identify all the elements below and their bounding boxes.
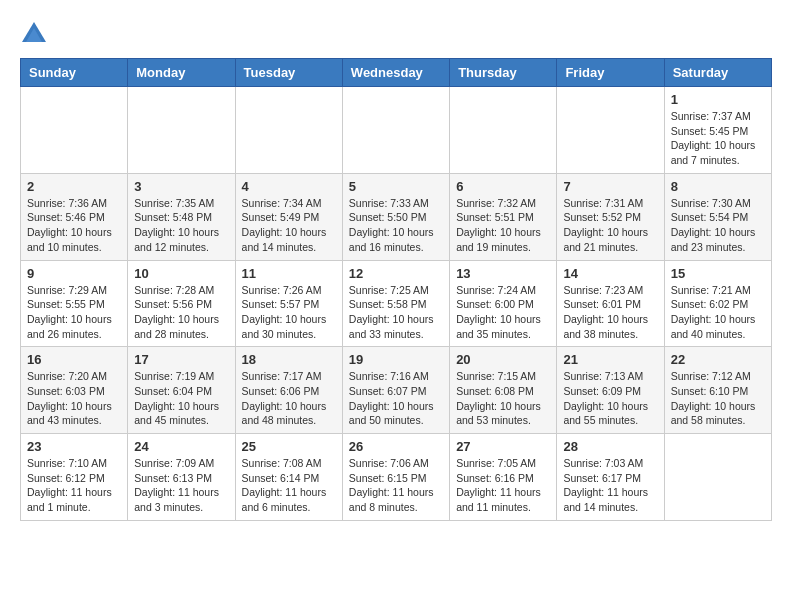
- day-info: Sunrise: 7:19 AM Sunset: 6:04 PM Dayligh…: [134, 369, 228, 428]
- day-number: 21: [563, 352, 657, 367]
- day-number: 13: [456, 266, 550, 281]
- day-number: 20: [456, 352, 550, 367]
- day-number: 23: [27, 439, 121, 454]
- day-number: 16: [27, 352, 121, 367]
- day-info: Sunrise: 7:03 AM Sunset: 6:17 PM Dayligh…: [563, 456, 657, 515]
- day-info: Sunrise: 7:21 AM Sunset: 6:02 PM Dayligh…: [671, 283, 765, 342]
- day-info: Sunrise: 7:08 AM Sunset: 6:14 PM Dayligh…: [242, 456, 336, 515]
- calendar-cell: [342, 87, 449, 174]
- calendar-week-row: 1Sunrise: 7:37 AM Sunset: 5:45 PM Daylig…: [21, 87, 772, 174]
- day-info: Sunrise: 7:12 AM Sunset: 6:10 PM Dayligh…: [671, 369, 765, 428]
- calendar-cell: 21Sunrise: 7:13 AM Sunset: 6:09 PM Dayli…: [557, 347, 664, 434]
- calendar-table: SundayMondayTuesdayWednesdayThursdayFrid…: [20, 58, 772, 521]
- day-info: Sunrise: 7:06 AM Sunset: 6:15 PM Dayligh…: [349, 456, 443, 515]
- calendar-cell: 24Sunrise: 7:09 AM Sunset: 6:13 PM Dayli…: [128, 434, 235, 521]
- day-number: 7: [563, 179, 657, 194]
- day-info: Sunrise: 7:15 AM Sunset: 6:08 PM Dayligh…: [456, 369, 550, 428]
- day-info: Sunrise: 7:13 AM Sunset: 6:09 PM Dayligh…: [563, 369, 657, 428]
- day-info: Sunrise: 7:23 AM Sunset: 6:01 PM Dayligh…: [563, 283, 657, 342]
- calendar-cell: 16Sunrise: 7:20 AM Sunset: 6:03 PM Dayli…: [21, 347, 128, 434]
- day-number: 2: [27, 179, 121, 194]
- day-info: Sunrise: 7:09 AM Sunset: 6:13 PM Dayligh…: [134, 456, 228, 515]
- day-number: 28: [563, 439, 657, 454]
- calendar-cell: 2Sunrise: 7:36 AM Sunset: 5:46 PM Daylig…: [21, 173, 128, 260]
- day-info: Sunrise: 7:33 AM Sunset: 5:50 PM Dayligh…: [349, 196, 443, 255]
- calendar-cell: 17Sunrise: 7:19 AM Sunset: 6:04 PM Dayli…: [128, 347, 235, 434]
- calendar-cell: 18Sunrise: 7:17 AM Sunset: 6:06 PM Dayli…: [235, 347, 342, 434]
- column-header-wednesday: Wednesday: [342, 59, 449, 87]
- calendar-cell: 13Sunrise: 7:24 AM Sunset: 6:00 PM Dayli…: [450, 260, 557, 347]
- day-info: Sunrise: 7:16 AM Sunset: 6:07 PM Dayligh…: [349, 369, 443, 428]
- calendar-cell: 20Sunrise: 7:15 AM Sunset: 6:08 PM Dayli…: [450, 347, 557, 434]
- day-info: Sunrise: 7:10 AM Sunset: 6:12 PM Dayligh…: [27, 456, 121, 515]
- calendar-cell: 23Sunrise: 7:10 AM Sunset: 6:12 PM Dayli…: [21, 434, 128, 521]
- calendar-cell: 7Sunrise: 7:31 AM Sunset: 5:52 PM Daylig…: [557, 173, 664, 260]
- day-number: 11: [242, 266, 336, 281]
- calendar-cell: 3Sunrise: 7:35 AM Sunset: 5:48 PM Daylig…: [128, 173, 235, 260]
- column-header-sunday: Sunday: [21, 59, 128, 87]
- calendar-week-row: 9Sunrise: 7:29 AM Sunset: 5:55 PM Daylig…: [21, 260, 772, 347]
- day-number: 25: [242, 439, 336, 454]
- day-number: 22: [671, 352, 765, 367]
- day-info: Sunrise: 7:30 AM Sunset: 5:54 PM Dayligh…: [671, 196, 765, 255]
- day-info: Sunrise: 7:36 AM Sunset: 5:46 PM Dayligh…: [27, 196, 121, 255]
- column-header-saturday: Saturday: [664, 59, 771, 87]
- calendar-week-row: 16Sunrise: 7:20 AM Sunset: 6:03 PM Dayli…: [21, 347, 772, 434]
- day-number: 8: [671, 179, 765, 194]
- day-number: 24: [134, 439, 228, 454]
- calendar-cell: 12Sunrise: 7:25 AM Sunset: 5:58 PM Dayli…: [342, 260, 449, 347]
- day-info: Sunrise: 7:35 AM Sunset: 5:48 PM Dayligh…: [134, 196, 228, 255]
- calendar-cell: 11Sunrise: 7:26 AM Sunset: 5:57 PM Dayli…: [235, 260, 342, 347]
- day-number: 26: [349, 439, 443, 454]
- calendar-cell: [557, 87, 664, 174]
- day-info: Sunrise: 7:28 AM Sunset: 5:56 PM Dayligh…: [134, 283, 228, 342]
- calendar-cell: 15Sunrise: 7:21 AM Sunset: 6:02 PM Dayli…: [664, 260, 771, 347]
- day-number: 12: [349, 266, 443, 281]
- calendar-cell: 10Sunrise: 7:28 AM Sunset: 5:56 PM Dayli…: [128, 260, 235, 347]
- calendar-cell: 9Sunrise: 7:29 AM Sunset: 5:55 PM Daylig…: [21, 260, 128, 347]
- day-info: Sunrise: 7:34 AM Sunset: 5:49 PM Dayligh…: [242, 196, 336, 255]
- day-info: Sunrise: 7:31 AM Sunset: 5:52 PM Dayligh…: [563, 196, 657, 255]
- logo: [20, 20, 52, 48]
- day-info: Sunrise: 7:26 AM Sunset: 5:57 PM Dayligh…: [242, 283, 336, 342]
- calendar-cell: 1Sunrise: 7:37 AM Sunset: 5:45 PM Daylig…: [664, 87, 771, 174]
- day-info: Sunrise: 7:24 AM Sunset: 6:00 PM Dayligh…: [456, 283, 550, 342]
- day-number: 9: [27, 266, 121, 281]
- day-info: Sunrise: 7:25 AM Sunset: 5:58 PM Dayligh…: [349, 283, 443, 342]
- calendar-header-row: SundayMondayTuesdayWednesdayThursdayFrid…: [21, 59, 772, 87]
- column-header-friday: Friday: [557, 59, 664, 87]
- day-number: 19: [349, 352, 443, 367]
- calendar-cell: [450, 87, 557, 174]
- calendar-cell: 19Sunrise: 7:16 AM Sunset: 6:07 PM Dayli…: [342, 347, 449, 434]
- day-info: Sunrise: 7:32 AM Sunset: 5:51 PM Dayligh…: [456, 196, 550, 255]
- day-info: Sunrise: 7:29 AM Sunset: 5:55 PM Dayligh…: [27, 283, 121, 342]
- day-number: 5: [349, 179, 443, 194]
- calendar-cell: 28Sunrise: 7:03 AM Sunset: 6:17 PM Dayli…: [557, 434, 664, 521]
- day-info: Sunrise: 7:17 AM Sunset: 6:06 PM Dayligh…: [242, 369, 336, 428]
- calendar-week-row: 2Sunrise: 7:36 AM Sunset: 5:46 PM Daylig…: [21, 173, 772, 260]
- day-info: Sunrise: 7:20 AM Sunset: 6:03 PM Dayligh…: [27, 369, 121, 428]
- day-number: 1: [671, 92, 765, 107]
- day-number: 15: [671, 266, 765, 281]
- column-header-tuesday: Tuesday: [235, 59, 342, 87]
- calendar-cell: 25Sunrise: 7:08 AM Sunset: 6:14 PM Dayli…: [235, 434, 342, 521]
- calendar-cell: 14Sunrise: 7:23 AM Sunset: 6:01 PM Dayli…: [557, 260, 664, 347]
- day-number: 18: [242, 352, 336, 367]
- logo-icon: [20, 20, 48, 48]
- calendar-cell: 22Sunrise: 7:12 AM Sunset: 6:10 PM Dayli…: [664, 347, 771, 434]
- day-number: 17: [134, 352, 228, 367]
- calendar-cell: [128, 87, 235, 174]
- calendar-cell: [664, 434, 771, 521]
- day-number: 6: [456, 179, 550, 194]
- day-number: 10: [134, 266, 228, 281]
- calendar-cell: 8Sunrise: 7:30 AM Sunset: 5:54 PM Daylig…: [664, 173, 771, 260]
- calendar-cell: 6Sunrise: 7:32 AM Sunset: 5:51 PM Daylig…: [450, 173, 557, 260]
- calendar-cell: 26Sunrise: 7:06 AM Sunset: 6:15 PM Dayli…: [342, 434, 449, 521]
- day-number: 27: [456, 439, 550, 454]
- day-info: Sunrise: 7:37 AM Sunset: 5:45 PM Dayligh…: [671, 109, 765, 168]
- page-header: [20, 20, 772, 48]
- calendar-cell: 4Sunrise: 7:34 AM Sunset: 5:49 PM Daylig…: [235, 173, 342, 260]
- column-header-monday: Monday: [128, 59, 235, 87]
- calendar-cell: [21, 87, 128, 174]
- calendar-cell: 27Sunrise: 7:05 AM Sunset: 6:16 PM Dayli…: [450, 434, 557, 521]
